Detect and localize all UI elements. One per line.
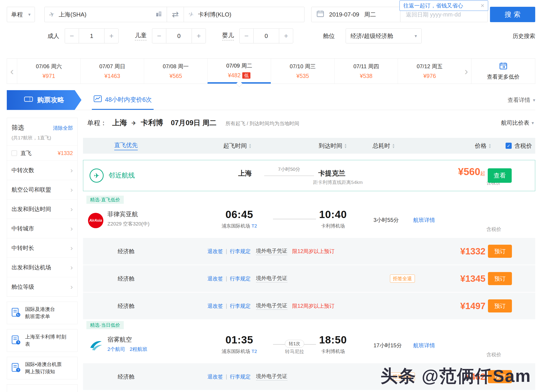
sidebar-item-transfer-city[interactable]: 中转城市 › bbox=[7, 219, 77, 238]
arrow-left-icon: ‹ bbox=[10, 65, 14, 77]
adult-plus-button[interactable]: + bbox=[104, 29, 118, 43]
clear-all-link[interactable]: 清除全部 bbox=[53, 125, 73, 132]
fare-price: ¥1497 bbox=[460, 301, 485, 311]
booking-notice-link[interactable]: ? 国际•港澳台机票 网上预订须知 bbox=[7, 357, 78, 379]
trip-type-select[interactable]: 单程 ▾ bbox=[7, 7, 35, 22]
guide-bar: 购票攻略 48小时内变价6次 查看详情 ▾ bbox=[7, 90, 535, 110]
child-minus-button[interactable]: − bbox=[152, 29, 166, 43]
date-cell-0710[interactable]: 07/10 周三 ¥535 bbox=[271, 58, 334, 84]
direct-checkbox[interactable] bbox=[11, 150, 17, 156]
book-button[interactable]: 预订 bbox=[488, 272, 512, 285]
timetable-link[interactable]: 上海至卡利博 时刻 表 bbox=[7, 329, 78, 352]
view-detail-link[interactable]: 查看详情 ▾ bbox=[508, 96, 535, 104]
search-button[interactable]: 搜索 bbox=[490, 7, 535, 22]
selected-date-caret bbox=[236, 81, 242, 87]
ticket-icon bbox=[24, 95, 33, 104]
depart-time: 06:45 bbox=[209, 208, 270, 221]
airlines-count-link[interactable]: 2个航司 bbox=[108, 346, 125, 353]
sidebar-item-airports[interactable]: 出发和到达机场 › bbox=[7, 258, 77, 277]
refund-rules-link[interactable]: 退改签 bbox=[207, 373, 223, 380]
swap-cities-button[interactable]: ⇄ bbox=[167, 7, 184, 22]
nearby-route-card: ✈ 邻近航线 上海 7小时50分 卡提克兰 距卡利博直线距离54km ¥560起… bbox=[83, 160, 535, 191]
sidebar-item-cabin-class[interactable]: 舱位等级 › bbox=[7, 277, 77, 297]
tax-included-label: 含税价 bbox=[486, 351, 501, 358]
infant-minus-button[interactable]: − bbox=[239, 29, 254, 43]
cabin-select[interactable]: 经济/超级经济舱 ▾ bbox=[346, 28, 422, 43]
adult-minus-button[interactable]: − bbox=[65, 29, 79, 43]
sidebar-item-airlines[interactable]: 航空公司和联盟 › bbox=[7, 180, 77, 199]
watermark: 头条 @范俩仟Sam bbox=[380, 365, 531, 388]
baggage-rules-link[interactable]: 行李规定 bbox=[230, 373, 251, 380]
chevron-down-icon: ▾ bbox=[533, 97, 535, 103]
airline-compare-link[interactable]: 航司比价表 ▾ bbox=[501, 119, 534, 127]
swap-icon: ⇄ bbox=[172, 10, 179, 19]
child-plus-button[interactable]: + bbox=[192, 29, 206, 43]
refund-rules-link[interactable]: 退改签 bbox=[207, 275, 223, 282]
segments-count-link[interactable]: 2程航班 bbox=[130, 346, 147, 353]
intl-request-form-link[interactable]: ↻ 国际及港澳台 航班需求单 bbox=[7, 302, 78, 324]
book-button[interactable]: 预订 bbox=[488, 299, 512, 313]
refund-rules-link[interactable]: 退改签 bbox=[207, 302, 223, 310]
arrow-right-icon: › bbox=[464, 65, 468, 77]
departure-city-value: 上海(SHA) bbox=[59, 11, 87, 19]
flight-details-link[interactable]: 航班详情 bbox=[413, 217, 435, 224]
sidebar-partial-box bbox=[7, 384, 78, 392]
airline-name: 菲律宾亚航 bbox=[108, 210, 138, 218]
notice-question-icon: ? bbox=[11, 362, 21, 374]
arrival-city-input[interactable]: ✈ 卡利博(KLO) bbox=[184, 7, 304, 22]
cabin-value: 经济/超级经济舱 bbox=[350, 32, 393, 40]
nearby-route-label: 邻近航线 bbox=[108, 171, 135, 180]
flight-search-page: 单程 ▾ ✈ 上海(SHA) ⇄ ✈ 卡利博(KLO) bbox=[0, 7, 542, 392]
strip-next-button[interactable]: › bbox=[461, 58, 471, 84]
flight-summary-row: 宿雾航空 2个航司 2程航班 01:35 浦东国际机场T2 转1次 转马尼拉 bbox=[83, 329, 535, 363]
direct-flight-filter[interactable]: 直飞 ¥1332 bbox=[7, 145, 77, 160]
date-cell-0708[interactable]: 07/08 周一 ¥565 bbox=[144, 58, 207, 84]
sort-depart-time[interactable]: 起飞时间 ▲▼ bbox=[223, 142, 252, 150]
featured-badge: 精选·直飞低价 bbox=[87, 196, 124, 204]
evoucher-link[interactable]: 境外电子凭证 bbox=[256, 373, 287, 381]
route-header: 单程： 上海 ✈ 卡利博 07月09日 周二 所有起飞 / 到达时间均为当地时间… bbox=[83, 118, 535, 128]
low-price-badge: 低 bbox=[242, 72, 250, 79]
roundtrip-tooltip: 往返一起订，省钱又省心 × bbox=[400, 0, 488, 11]
date-cell-0706[interactable]: 07/06 周六 ¥971 bbox=[17, 58, 81, 84]
fare-price: ¥1345 bbox=[460, 274, 485, 284]
departure-city-input[interactable]: ✈ 上海(SHA) bbox=[44, 7, 167, 22]
evoucher-link[interactable]: 境外电子凭证 bbox=[256, 247, 287, 255]
more-low-price-button[interactable]: 查看更多低价 bbox=[471, 58, 535, 84]
evoucher-link[interactable]: 境外电子凭证 bbox=[256, 275, 287, 282]
price-change-tab[interactable]: 48小时内变价6次 bbox=[92, 90, 154, 110]
history-search-link[interactable]: 历史搜索 bbox=[513, 32, 535, 40]
sort-duration[interactable]: 总耗时 ▲▼ bbox=[373, 142, 395, 150]
tax-included-toggle[interactable]: ✓ 含税价 bbox=[506, 142, 532, 150]
baggage-rules-link[interactable]: 行李规定 bbox=[230, 302, 251, 310]
chevron-down-icon: ▾ bbox=[415, 33, 417, 39]
book-button[interactable]: 预订 bbox=[488, 245, 512, 258]
infant-plus-button[interactable]: + bbox=[279, 29, 293, 43]
sort-direct-first[interactable]: 直飞优先 bbox=[114, 141, 138, 150]
close-icon[interactable]: × bbox=[481, 2, 484, 9]
arrive-airport: 卡利博机场 bbox=[303, 223, 363, 229]
sidebar-item-transfer-duration[interactable]: 中转时长 › bbox=[7, 238, 77, 258]
sort-arrive-time[interactable]: 到达时间 ▲▼ bbox=[319, 142, 347, 150]
nearby-view-button[interactable]: 查看 bbox=[488, 168, 512, 183]
infant-stepper: − 0 + bbox=[239, 28, 293, 43]
chevron-right-icon: › bbox=[70, 185, 73, 194]
date-cell-0709-selected[interactable]: 07/09 周二 ¥482 低 bbox=[207, 58, 271, 84]
sidebar-item-times[interactable]: 出发和到达时间 › bbox=[7, 199, 77, 219]
child-label: 儿童 bbox=[135, 32, 146, 40]
svg-text:?: ? bbox=[17, 368, 19, 372]
depart-date-input[interactable]: 2019-07-09 周二 bbox=[311, 7, 400, 22]
cabin-label: 经济舱 bbox=[118, 373, 135, 381]
baggage-rules-link[interactable]: 行李规定 bbox=[230, 248, 251, 255]
sidebar-item-transfer-count[interactable]: 中转次数 › bbox=[7, 160, 77, 180]
chevron-right-icon: › bbox=[70, 205, 73, 213]
evoucher-link[interactable]: 境外电子凭证 bbox=[256, 302, 287, 310]
date-cell-0712[interactable]: 07/12 周五 ¥976 bbox=[398, 58, 461, 84]
date-cell-0707[interactable]: 07/07 周日 ¥1463 bbox=[81, 58, 144, 84]
strip-prev-button[interactable]: ‹ bbox=[7, 58, 17, 84]
sort-price[interactable]: 价格 ▲▼ bbox=[475, 142, 491, 150]
flight-details-link[interactable]: 航班详情 bbox=[413, 342, 435, 349]
baggage-rules-link[interactable]: 行李规定 bbox=[230, 275, 251, 282]
date-cell-0711[interactable]: 07/11 周四 ¥538 bbox=[334, 58, 398, 84]
refund-rules-link[interactable]: 退改签 bbox=[207, 248, 223, 255]
